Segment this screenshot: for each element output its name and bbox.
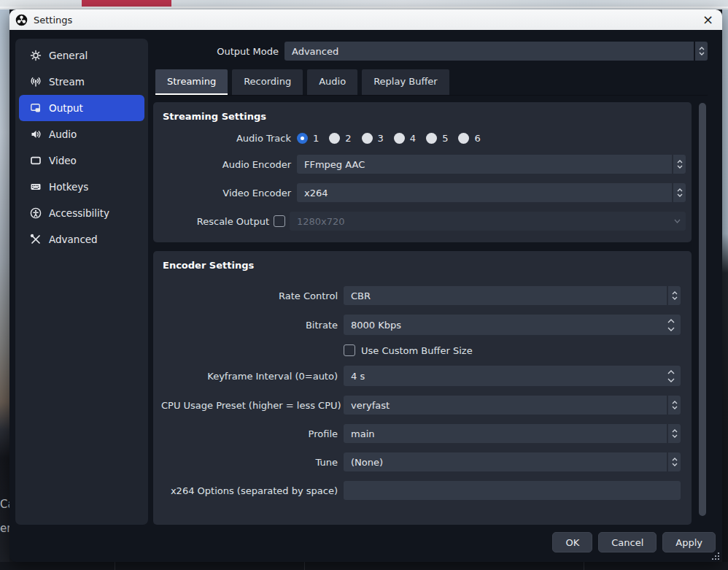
keyframe-interval-spinbox[interactable]: 4 s — [344, 366, 681, 386]
tab-audio[interactable]: Audio — [307, 69, 357, 95]
sidebar-item-label: General — [49, 50, 88, 61]
settings-dialog: Settings × General — [9, 9, 722, 562]
x264-options-input[interactable] — [344, 481, 681, 500]
profile-select[interactable]: main — [344, 424, 681, 443]
spinner-arrows[interactable] — [668, 286, 681, 305]
output-mode-label: Output Mode — [153, 46, 279, 57]
close-icon[interactable]: × — [702, 13, 713, 26]
output-mode-select[interactable]: Advanced — [284, 42, 708, 61]
video-encoder-label: Video Encoder — [161, 188, 291, 199]
cpu-usage-preset-value: veryfast — [344, 396, 667, 415]
chevron-down-icon — [672, 406, 678, 409]
cpu-usage-preset-select[interactable]: veryfast — [344, 396, 681, 415]
sidebar-item-accessibility[interactable]: Accessibility — [19, 200, 144, 226]
spinner-arrows[interactable] — [668, 424, 681, 443]
chevron-up-icon — [672, 458, 678, 461]
tab-label: Recording — [244, 76, 291, 87]
chevron-up-icon — [672, 429, 678, 433]
sidebar-item-label: Accessibility — [49, 207, 109, 219]
sidebar-item-advanced[interactable]: Advanced — [19, 226, 144, 253]
sidebar-item-hotkeys[interactable]: Hotkeys — [19, 174, 144, 200]
audio-encoder-value: FFmpeg AAC — [297, 155, 672, 174]
radio-label: 6 — [474, 133, 480, 144]
titlebar[interactable]: Settings × — [9, 9, 722, 30]
chevron-down-icon — [667, 327, 675, 331]
button-label: OK — [565, 537, 579, 548]
spinner-arrows[interactable] — [673, 155, 686, 174]
rate-control-select[interactable]: CBR — [344, 286, 681, 305]
tab-recording[interactable]: Recording — [232, 69, 303, 95]
gear-icon — [29, 50, 42, 62]
cancel-button[interactable]: Cancel — [598, 532, 657, 552]
chevron-up-icon — [677, 188, 683, 192]
sidebar-item-label: Advanced — [49, 234, 98, 245]
audio-track-radio-group: 1 2 3 4 5 6 — [297, 133, 491, 144]
keyframe-interval-row: Keyframe Interval (0=auto) 4 s — [161, 366, 686, 386]
background-top-line — [0, 7, 728, 8]
chevron-up-icon — [699, 47, 705, 50]
custom-buffer-checkbox[interactable] — [344, 344, 355, 356]
sidebar-item-general[interactable]: General — [19, 42, 144, 69]
rate-control-value: CBR — [344, 286, 667, 305]
audio-encoder-select[interactable]: FFmpeg AAC — [297, 155, 686, 174]
button-label: Cancel — [611, 537, 643, 548]
radio-icon — [458, 133, 469, 144]
background-divider — [304, 562, 305, 570]
sidebar-item-output[interactable]: Output — [19, 95, 144, 121]
radio-label: 2 — [345, 133, 351, 144]
bitrate-row: Bitrate 8000 Kbps — [161, 315, 686, 335]
audio-track-radio-1[interactable]: 1 — [297, 133, 319, 144]
x264-options-row: x264 Options (separated by space) — [161, 481, 686, 500]
audio-track-radio-3[interactable]: 3 — [362, 133, 384, 144]
spinner-arrows[interactable] — [673, 183, 686, 202]
bitrate-spinbox[interactable]: 8000 Kbps — [344, 315, 681, 335]
audio-track-radio-5[interactable]: 5 — [426, 133, 448, 144]
encoder-settings-section: Encoder Settings Rate Control CBR Bitrat… — [153, 251, 692, 525]
cpu-usage-preset-row: CPU Usage Preset (higher = less CPU) ver… — [161, 396, 686, 415]
audio-track-radio-2[interactable]: 2 — [329, 133, 351, 144]
sidebar-item-audio[interactable]: Audio — [19, 121, 144, 147]
rate-control-label: Rate Control — [161, 290, 338, 301]
dropdown-arrow — [668, 212, 686, 231]
spinner-arrows[interactable] — [662, 370, 681, 382]
apply-button[interactable]: Apply — [662, 532, 716, 552]
chevron-down-icon — [677, 165, 683, 169]
radio-label: 4 — [410, 133, 416, 144]
tabs-divider — [153, 95, 708, 96]
spinner-arrows[interactable] — [695, 42, 708, 61]
chevron-up-icon — [672, 291, 678, 295]
chevron-down-icon — [667, 378, 675, 382]
video-encoder-row: Video Encoder x264 — [161, 183, 686, 202]
profile-label: Profile — [161, 428, 338, 439]
accessibility-icon — [29, 207, 42, 220]
resize-grip[interactable] — [713, 553, 719, 560]
rescale-resolution-value: 1280x720 — [290, 212, 668, 231]
tab-streaming[interactable]: Streaming — [155, 69, 228, 95]
audio-track-radio-6[interactable]: 6 — [458, 133, 480, 144]
profile-value: main — [344, 424, 667, 443]
x264-options-label: x264 Options (separated by space) — [161, 485, 338, 496]
video-encoder-select[interactable]: x264 — [297, 183, 686, 202]
display-icon — [29, 155, 42, 167]
tab-label: Audio — [319, 76, 346, 87]
vertical-scrollbar[interactable] — [699, 103, 706, 516]
radio-icon — [394, 133, 405, 144]
spinner-arrows[interactable] — [662, 319, 681, 331]
sidebar-item-stream[interactable]: Stream — [19, 69, 144, 95]
rescale-output-checkbox[interactable] — [274, 215, 285, 227]
tune-row: Tune (None) — [161, 452, 686, 471]
stream-icon — [29, 76, 42, 88]
ok-button[interactable]: OK — [552, 532, 592, 552]
spinner-arrows[interactable] — [668, 452, 681, 471]
tab-replay-buffer[interactable]: Replay Buffer — [362, 69, 449, 95]
tune-select[interactable]: (None) — [344, 452, 681, 471]
output-icon — [29, 102, 42, 115]
rescale-output-label: Rescale Output — [161, 216, 269, 227]
streaming-settings-section: Streaming Settings Audio Track 1 2 3 4 5 — [153, 102, 692, 242]
spinner-arrows[interactable] — [668, 396, 681, 415]
audio-track-radio-4[interactable]: 4 — [394, 133, 416, 144]
chevron-down-icon — [677, 193, 683, 197]
tools-icon — [29, 234, 42, 246]
audio-track-row: Audio Track 1 2 3 4 5 6 — [161, 131, 686, 145]
sidebar-item-video[interactable]: Video — [19, 147, 144, 174]
